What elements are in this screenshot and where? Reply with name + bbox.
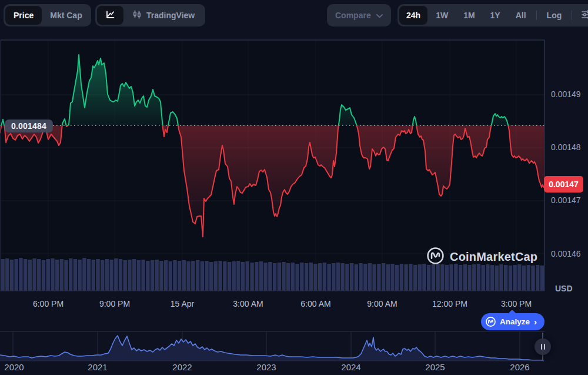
y-axis-label: 0.00146 bbox=[551, 249, 581, 258]
x-axis-label: 6:00 AM bbox=[300, 299, 330, 308]
x-axis-label: 3:00 AM bbox=[233, 299, 263, 308]
baseline-price-label: 0.001484 bbox=[5, 120, 53, 132]
y-axis-label: 0.00149 bbox=[551, 89, 581, 99]
x-axis-label: 6:00 PM bbox=[33, 299, 64, 308]
sliders-icon bbox=[580, 9, 588, 22]
nav-year-label: 2020 bbox=[4, 362, 24, 372]
price-chart-app: Price Mkt Cap TradingView Compare bbox=[0, 0, 588, 375]
price-mktcap-toggle: Price Mkt Cap bbox=[4, 4, 91, 26]
nav-year-label: 2025 bbox=[425, 362, 445, 372]
tradingview-label: TradingView bbox=[146, 11, 195, 20]
compare-dropdown[interactable]: Compare bbox=[327, 4, 391, 26]
y-axis-label: 0.00147 bbox=[551, 195, 581, 205]
analyze-logo-icon bbox=[485, 316, 496, 327]
nav-year-label: 2022 bbox=[172, 362, 192, 372]
nav-year-label: 2026 bbox=[510, 362, 529, 372]
x-axis-label: 9:00 PM bbox=[99, 299, 130, 308]
chevron-down-icon bbox=[376, 11, 383, 20]
timeframe-group: 24h 1W 1M 1Y All Log bbox=[397, 4, 588, 26]
compare-label: Compare bbox=[335, 11, 371, 20]
chart-settings-button[interactable] bbox=[575, 9, 588, 22]
currency-unit-label: USD bbox=[555, 284, 573, 293]
log-scale-button[interactable]: Log bbox=[540, 6, 569, 25]
range-24h-button[interactable]: 24h bbox=[399, 6, 427, 25]
mktcap-tab[interactable]: Mkt Cap bbox=[43, 6, 89, 25]
tradingview-button[interactable]: TradingView bbox=[125, 6, 203, 25]
analyze-button[interactable]: Analyze › bbox=[481, 313, 544, 330]
nav-year-label: 2024 bbox=[341, 362, 360, 372]
candlestick-icon bbox=[132, 9, 142, 22]
range-1y-button[interactable]: 1Y bbox=[483, 6, 507, 25]
chevron-right-icon: › bbox=[534, 317, 537, 327]
analyze-label: Analyze bbox=[500, 317, 530, 326]
x-axis-label: 12:00 PM bbox=[432, 299, 467, 308]
x-axis-label: 9:00 AM bbox=[367, 299, 397, 308]
x-axis-label: 15 Apr bbox=[171, 299, 194, 308]
y-axis-label: 0.00148 bbox=[551, 142, 581, 152]
range-1m-button[interactable]: 1M bbox=[456, 6, 482, 25]
current-price-badge: 0.00147 bbox=[544, 176, 583, 193]
nav-year-label: 2023 bbox=[256, 362, 276, 372]
line-chart-icon bbox=[105, 9, 116, 22]
line-chart-button[interactable] bbox=[97, 6, 123, 25]
range-1w-button[interactable]: 1W bbox=[429, 6, 455, 25]
navigator-range-handle[interactable] bbox=[534, 339, 551, 355]
divider bbox=[572, 11, 572, 20]
x-axis-label: 3:00 PM bbox=[501, 299, 532, 308]
range-all-button[interactable]: All bbox=[509, 6, 533, 25]
chart-type-toggle: TradingView bbox=[95, 4, 205, 26]
nav-year-label: 2021 bbox=[88, 362, 107, 372]
divider bbox=[536, 11, 537, 20]
price-tab[interactable]: Price bbox=[5, 6, 42, 25]
